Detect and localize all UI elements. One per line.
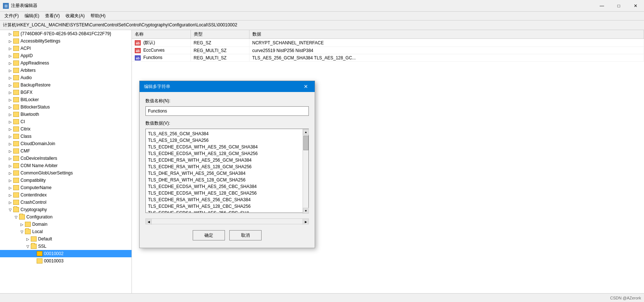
scrollbar-down-btn[interactable]: ▼ [303,208,309,214]
textarea-container: TLS_AES_256_GCM_SHA384 TLS_AES_128_GCM_S… [145,129,309,214]
edit-multistring-dialog: 编辑多字符串 ✕ 数值名称(N): 数值数据(V): TLS_AES_256_G… [139,81,315,248]
dialog-overlay: 编辑多字符串 ✕ 数值名称(N): 数值数据(V): TLS_AES_256_G… [0,0,644,302]
horizontal-scrollbar[interactable]: ◀ ▶ [145,218,309,224]
hscroll-right-btn[interactable]: ▶ [303,219,308,225]
dialog-body: 数值名称(N): 数值数据(V): TLS_AES_256_GCM_SHA384… [140,92,315,248]
hscroll-track [152,219,303,224]
cancel-button[interactable]: 取消 [229,230,262,240]
dialog-close-button[interactable]: ✕ [301,82,310,91]
confirm-button[interactable]: 确定 [193,230,225,240]
vertical-scrollbar[interactable]: ▲ ▼ [303,129,308,214]
value-name-label: 数值名称(N): [145,98,309,104]
dialog-buttons: 确定 取消 [145,227,309,242]
value-name-input[interactable] [145,106,309,116]
hscroll-left-btn[interactable]: ◀ [146,219,152,225]
value-data-textarea[interactable]: TLS_AES_256_GCM_SHA384 TLS_AES_128_GCM_S… [145,129,309,213]
scrollbar-up-btn[interactable]: ▲ [303,129,309,135]
scrollbar-track [303,135,308,208]
dialog-title-bar: 编辑多字符串 ✕ [140,81,315,92]
scrollbar-thumb[interactable] [303,136,308,150]
dialog-title: 编辑多字符串 [144,84,301,90]
value-data-label: 数值数据(V): [145,120,309,126]
